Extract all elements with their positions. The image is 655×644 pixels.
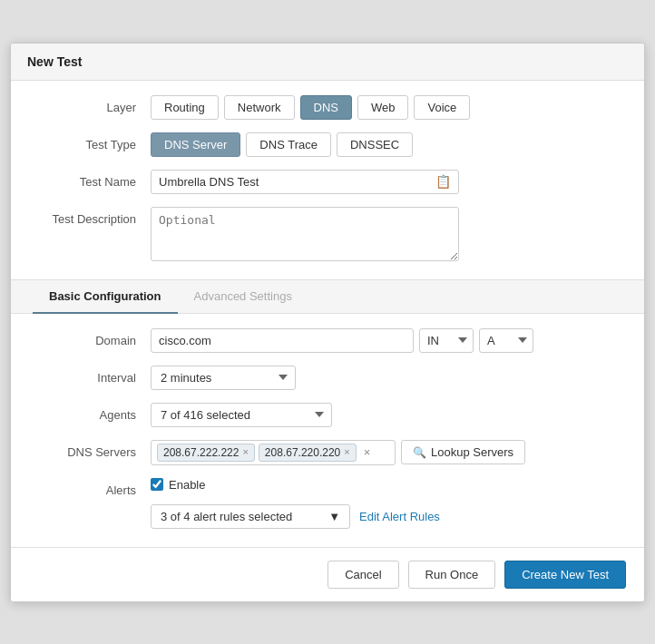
alerts-content: Enable 3 of 4 alert rules selected ▼ Edi… [151, 478, 622, 529]
domain-label: Domain [33, 328, 151, 347]
tab-advanced-settings: Advanced Settings [178, 280, 308, 314]
create-new-test-button[interactable]: Create New Test [504, 561, 626, 589]
layer-dns-btn[interactable]: DNS [300, 95, 352, 120]
dns-servers-row: DNS Servers 208.67.222.222 × 208.67.220.… [33, 440, 622, 465]
agents-select[interactable]: 7 of 416 selected [151, 403, 332, 427]
config-body: Domain IN A AAAA CNAME MX NS TXT Interva… [11, 314, 644, 548]
test-name-content: 📋 [151, 170, 622, 194]
dns-servers-tags-box[interactable]: 208.67.222.222 × 208.67.220.220 × × [151, 440, 396, 465]
test-description-input[interactable] [151, 207, 459, 261]
alerts-enable-label: Enable [169, 478, 205, 492]
type-dns-trace-btn[interactable]: DNS Trace [246, 132, 331, 157]
alert-rules-select[interactable]: 3 of 4 alert rules selected ▼ [151, 504, 350, 529]
domain-class-select[interactable]: IN [419, 328, 474, 353]
domain-type-select[interactable]: A AAAA CNAME MX NS TXT [479, 328, 533, 353]
cancel-button[interactable]: Cancel [328, 561, 398, 589]
agents-label: Agents [33, 403, 151, 422]
chevron-down-icon: ▼ [328, 510, 340, 523]
config-tabs: Basic Configuration Advanced Settings [11, 280, 644, 314]
layer-voice-btn[interactable]: Voice [414, 95, 470, 120]
layer-network-btn[interactable]: Network [224, 95, 295, 120]
lookup-btn-label: Lookup Servers [431, 445, 513, 459]
interval-content: 1 minute 2 minutes 5 minutes 10 minutes … [151, 366, 622, 390]
dns-server-chip-1-value: 208.67.222.222 [163, 446, 239, 459]
type-dns-server-btn[interactable]: DNS Server [151, 132, 240, 157]
layer-routing-btn[interactable]: Routing [151, 95, 219, 120]
agents-row: Agents 7 of 416 selected [33, 403, 622, 427]
test-description-content [151, 207, 622, 261]
dialog-footer: Cancel Run Once Create New Test [11, 548, 644, 601]
domain-row: Domain IN A AAAA CNAME MX NS TXT [33, 328, 622, 353]
agents-content: 7 of 416 selected [151, 403, 622, 427]
interval-select[interactable]: 1 minute 2 minutes 5 minutes 10 minutes … [151, 366, 296, 390]
edit-alert-rules-link[interactable]: Edit Alert Rules [359, 510, 440, 523]
dialog-title: New Test [11, 44, 644, 81]
test-name-label: Test Name [33, 170, 151, 189]
dns-server-chip-2-remove[interactable]: × [344, 447, 349, 457]
domain-input[interactable] [151, 328, 414, 353]
test-type-label: Test Type [33, 132, 151, 151]
dns-server-chip-1: 208.67.222.222 × [157, 444, 255, 462]
domain-content: IN A AAAA CNAME MX NS TXT [151, 328, 622, 353]
alerts-label: Alerts [33, 478, 151, 497]
type-dnssec-btn[interactable]: DNSSEC [337, 132, 413, 157]
new-test-dialog: New Test Layer Routing Network DNS Web V… [10, 43, 645, 602]
dns-servers-clear[interactable]: × [364, 445, 371, 459]
interval-row: Interval 1 minute 2 minutes 5 minutes 10… [33, 366, 622, 390]
test-description-label: Test Description [33, 207, 151, 226]
test-name-row: Test Name 📋 [33, 170, 622, 194]
interval-label: Interval [33, 366, 151, 385]
run-once-button[interactable]: Run Once [408, 561, 496, 589]
tab-basic-configuration[interactable]: Basic Configuration [33, 280, 178, 314]
dns-servers-label: DNS Servers [33, 440, 151, 459]
dns-server-chip-2: 208.67.220.220 × [259, 444, 357, 462]
dns-server-chip-1-remove[interactable]: × [242, 447, 248, 457]
test-description-row: Test Description [33, 207, 622, 261]
search-icon: 🔍 [413, 446, 426, 459]
alerts-enable-checkbox[interactable] [151, 478, 163, 491]
alerts-enable-row: Enable [151, 478, 205, 492]
alert-rules-row: 3 of 4 alert rules selected ▼ Edit Alert… [151, 504, 440, 529]
layer-row: Layer Routing Network DNS Web Voice [33, 95, 622, 120]
test-name-wrap: 📋 [151, 170, 459, 194]
test-type-buttons: DNS Server DNS Trace DNSSEC [151, 132, 622, 157]
template-icon: 📋 [435, 174, 451, 189]
alert-rules-value: 3 of 4 alert rules selected [161, 510, 292, 523]
dns-server-chip-2-value: 208.67.220.220 [265, 446, 340, 459]
layer-web-btn[interactable]: Web [357, 95, 409, 120]
dns-servers-content: 208.67.222.222 × 208.67.220.220 × × 🔍 Lo… [151, 440, 622, 465]
test-name-icon-btn[interactable]: 📋 [434, 172, 453, 190]
layer-label: Layer [33, 95, 151, 114]
layer-buttons: Routing Network DNS Web Voice [151, 95, 622, 120]
test-name-input[interactable] [152, 171, 434, 193]
top-section: Layer Routing Network DNS Web Voice Test… [11, 81, 644, 280]
alerts-row: Alerts Enable 3 of 4 alert rules selecte… [33, 478, 622, 529]
lookup-servers-btn[interactable]: 🔍 Lookup Servers [401, 440, 525, 464]
test-type-row: Test Type DNS Server DNS Trace DNSSEC [33, 132, 622, 157]
